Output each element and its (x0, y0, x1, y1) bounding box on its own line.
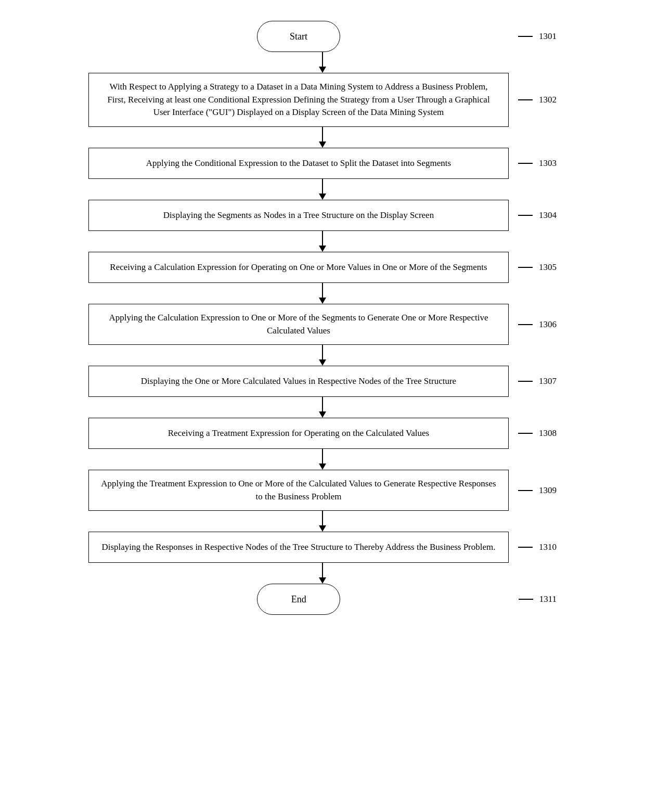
arrow-head-7 (319, 411, 326, 418)
arrow-6 (0, 345, 645, 366)
end-label: End (291, 592, 306, 606)
arrow-line-4 (322, 231, 323, 246)
box-1308: Receiving a Treatment Expression for Ope… (88, 418, 509, 449)
text-1309: Applying the Treatment Expression to One… (99, 478, 498, 503)
text-1307: Displaying the One or More Calculated Va… (141, 375, 456, 388)
arrow-7 (0, 397, 645, 418)
text-1302: With Respect to Applying a Strategy to a… (99, 81, 498, 119)
arrow-line-5 (322, 283, 323, 298)
arrow-10 (0, 563, 645, 584)
id-1303: 1303 (539, 158, 557, 169)
box-wrapper-1304: Displaying the Segments as Nodes in a Tr… (88, 200, 557, 231)
id-1307: 1307 (539, 376, 557, 386)
dash-1302 (518, 99, 533, 100)
arrow-head-8 (319, 463, 326, 470)
end-node: End (257, 584, 340, 615)
box-1309: Applying the Treatment Expression to One… (88, 470, 509, 511)
arrow-4 (0, 231, 645, 252)
box-wrapper-1310: Displaying the Responses in Respective N… (88, 532, 557, 563)
arrow-line-3 (322, 179, 323, 194)
arrow-head-1 (319, 67, 326, 73)
box-1304: Displaying the Segments as Nodes in a Tr… (88, 200, 509, 231)
text-1304: Displaying the Segments as Nodes in a Tr… (163, 209, 434, 222)
start-row: Start 1301 (0, 21, 645, 52)
id-1302: 1302 (539, 95, 557, 105)
flowchart: Start 1301 With Respect to Applying a St… (0, 0, 645, 636)
box-wrapper-1309: Applying the Treatment Expression to One… (88, 470, 557, 511)
end-ref: 1311 (539, 594, 557, 604)
arrow-9 (0, 511, 645, 532)
arrow-head-6 (319, 359, 326, 366)
ref-1307: 1307 (518, 376, 557, 386)
arrow-line-7 (322, 397, 323, 411)
ref-1305: 1305 (518, 262, 557, 273)
arrow-line-2 (322, 127, 323, 141)
ref-1306: 1306 (518, 319, 557, 330)
end-inner: End (88, 584, 509, 615)
dash-1310 (518, 547, 533, 548)
end-dash (519, 599, 533, 600)
id-1309: 1309 (539, 485, 557, 496)
arrow-3 (0, 179, 645, 200)
start-label: Start (290, 30, 307, 43)
arrow-head-9 (319, 525, 326, 532)
box-wrapper-1305: Receiving a Calculation Expression for O… (88, 252, 557, 283)
box-1303: Applying the Conditional Expression to t… (88, 148, 509, 179)
row-1303: Applying the Conditional Expression to t… (0, 148, 645, 179)
text-1306: Applying the Calculation Expression to O… (99, 312, 498, 337)
start-dash (518, 36, 533, 37)
box-wrapper-1306: Applying the Calculation Expression to O… (88, 304, 557, 345)
ref-1308: 1308 (518, 428, 557, 439)
box-wrapper-1303: Applying the Conditional Expression to t… (88, 148, 557, 179)
start-wrapper: Start 1301 (88, 21, 557, 52)
text-1308: Receiving a Treatment Expression for Ope… (168, 427, 429, 440)
arrow-line-10 (322, 563, 323, 577)
arrow-2 (0, 127, 645, 148)
arrow-head-5 (319, 298, 326, 304)
arrow-line-8 (322, 449, 323, 463)
row-1309: Applying the Treatment Expression to One… (0, 470, 645, 511)
row-1306: Applying the Calculation Expression to O… (0, 304, 645, 345)
ref-1310: 1310 (518, 542, 557, 552)
ref-1302: 1302 (518, 95, 557, 105)
ref-1304: 1304 (518, 210, 557, 221)
id-1305: 1305 (539, 262, 557, 273)
id-1310: 1310 (539, 542, 557, 552)
start-ref: 1301 (539, 31, 557, 42)
box-1307: Displaying the One or More Calculated Va… (88, 366, 509, 397)
box-1302: With Respect to Applying a Strategy to a… (88, 73, 509, 127)
start-inner: Start (88, 21, 509, 52)
box-wrapper-1302: With Respect to Applying a Strategy to a… (88, 73, 557, 127)
row-1307: Displaying the One or More Calculated Va… (0, 366, 645, 397)
dash-1303 (518, 163, 533, 164)
box-1306: Applying the Calculation Expression to O… (88, 304, 509, 345)
start-node: Start (257, 21, 340, 52)
id-1308: 1308 (539, 428, 557, 439)
dash-1307 (518, 381, 533, 382)
row-1308: Receiving a Treatment Expression for Ope… (0, 418, 645, 449)
arrow-line-6 (322, 345, 323, 359)
arrow-head-10 (319, 577, 326, 584)
box-wrapper-1308: Receiving a Treatment Expression for Ope… (88, 418, 557, 449)
arrow-head-3 (319, 194, 326, 200)
arrow-1 (0, 52, 645, 73)
dash-1309 (518, 490, 533, 491)
box-1310: Displaying the Responses in Respective N… (88, 532, 509, 563)
id-1306: 1306 (539, 319, 557, 330)
end-wrapper: End 1311 (88, 584, 557, 615)
arrow-8 (0, 449, 645, 470)
start-ref-label: 1301 (518, 31, 557, 42)
row-1302: With Respect to Applying a Strategy to a… (0, 73, 645, 127)
ref-1303: 1303 (518, 158, 557, 169)
text-1303: Applying the Conditional Expression to t… (146, 157, 451, 170)
text-1310: Displaying the Responses in Respective N… (101, 541, 495, 554)
dash-1308 (518, 433, 533, 434)
dash-1305 (518, 267, 533, 268)
box-1305: Receiving a Calculation Expression for O… (88, 252, 509, 283)
row-1310: Displaying the Responses in Respective N… (0, 532, 645, 563)
dash-1304 (518, 215, 533, 216)
arrow-line-1 (322, 52, 323, 67)
arrow-head-2 (319, 141, 326, 148)
ref-1309: 1309 (518, 485, 557, 496)
arrow-5 (0, 283, 645, 304)
